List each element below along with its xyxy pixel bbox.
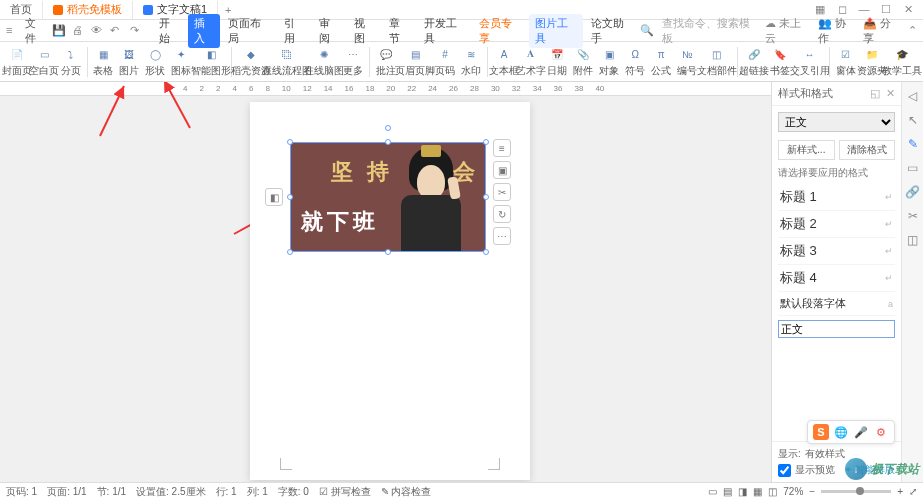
status-pages[interactable]: 页面: 1/1 <box>47 485 86 499</box>
menu-dev[interactable]: 开发工具 <box>418 14 472 48</box>
rb-smartart[interactable]: ◧智能图形 <box>194 45 227 78</box>
rb-image[interactable]: 🖼图片 <box>116 45 142 78</box>
rb-break[interactable]: ⤵分页 <box>58 45 84 78</box>
rb-teach[interactable]: 🎓教学工具 <box>886 45 919 78</box>
vt-select-icon[interactable]: ↖ <box>905 112 921 128</box>
rb-crossref[interactable]: ↔交叉引用 <box>793 45 826 78</box>
rb-pagenum[interactable]: #页码 <box>432 45 458 78</box>
vt-triangle-icon[interactable]: ◁ <box>905 88 921 104</box>
status-spell[interactable]: ☑ 拼写检查 <box>319 485 371 499</box>
inserted-image[interactable]: 坚 持 会 就下班 ≡ ▣ ✂ ↻ <box>290 142 486 252</box>
collapse-ribbon-icon[interactable]: ⌃ <box>908 24 917 37</box>
show-preview-checkbox[interactable] <box>778 464 791 477</box>
undo-icon[interactable]: ↶ <box>110 24 123 38</box>
rb-attach[interactable]: 📎附件 <box>570 45 596 78</box>
status-section[interactable]: 节: 1/1 <box>97 485 126 499</box>
zoom-slider[interactable] <box>821 490 891 493</box>
style-item-h3[interactable]: 标题 3↵ <box>778 238 895 265</box>
document-page[interactable]: 坚 持 会 就下班 ≡ ▣ ✂ ↻ <box>250 102 530 480</box>
status-lang[interactable]: ✎ 内容检查 <box>381 485 432 499</box>
rb-dropcap[interactable]: Ω符号 <box>622 45 648 78</box>
rb-hyperlink[interactable]: 🔗超链接 <box>740 45 767 78</box>
view-web-icon[interactable]: ◨ <box>738 486 747 497</box>
menu-view[interactable]: 视图 <box>348 14 381 48</box>
app-menu-icon[interactable]: ≡ <box>6 24 19 38</box>
status-pos[interactable]: 设置值: 2.5厘米 <box>136 485 205 499</box>
float-tool-layout[interactable]: ≡ <box>493 139 511 157</box>
rb-mindmap[interactable]: ✺在线脑图 <box>307 45 340 78</box>
zoom-out-icon[interactable]: − <box>809 486 815 497</box>
win-max-icon[interactable]: ☐ <box>879 3 893 16</box>
rb-equation[interactable]: π公式 <box>648 45 674 78</box>
style-select[interactable]: 正文 <box>778 112 895 132</box>
menu-section[interactable]: 章节 <box>383 14 416 48</box>
vt-chain-icon[interactable]: 🔗 <box>905 184 921 200</box>
rb-table[interactable]: ▦表格 <box>90 45 116 78</box>
style-item-h1[interactable]: 标题 1↵ <box>778 184 895 211</box>
float-tool-more[interactable]: ⋯ <box>493 227 511 245</box>
view-focus-icon[interactable]: ◫ <box>768 486 777 497</box>
status-page[interactable]: 页码: 1 <box>6 485 37 499</box>
status-line[interactable]: 行: 1 <box>216 485 237 499</box>
rotate-handle[interactable] <box>385 125 391 131</box>
rb-blank[interactable]: ▭空白页 <box>31 45 58 78</box>
view-print-icon[interactable]: ▭ <box>708 486 717 497</box>
resize-handle[interactable] <box>483 194 489 200</box>
rb-object[interactable]: ▣对象 <box>596 45 622 78</box>
rb-watermark[interactable]: ≋水印 <box>458 45 484 78</box>
menu-paper[interactable]: 论文助手 <box>585 14 639 48</box>
status-chars[interactable]: 字数: 0 <box>278 485 309 499</box>
rb-wordart[interactable]: 𝐀艺术字 <box>517 45 544 78</box>
rb-shape[interactable]: ◯形状 <box>142 45 168 78</box>
assist-mic-icon[interactable]: 🎤 <box>853 424 869 440</box>
cloud-status[interactable]: ☁ 未上云 <box>765 16 810 46</box>
assist-gear-icon[interactable]: ⚙ <box>873 424 889 440</box>
rb-form[interactable]: ☑窗体 <box>833 45 859 78</box>
preview-icon[interactable]: 👁 <box>91 24 104 38</box>
view-read-icon[interactable]: ▤ <box>723 486 732 497</box>
resize-handle[interactable] <box>385 249 391 255</box>
win-close-icon[interactable]: ✕ <box>901 3 915 16</box>
canvas[interactable]: 642 246 81012 141618 202224 262830 32343… <box>0 82 771 482</box>
panel-pop-icon[interactable]: ◱ <box>870 87 880 100</box>
win-min-icon[interactable]: — <box>857 3 871 16</box>
show-value[interactable]: 有效样式 <box>805 447 845 461</box>
rb-header[interactable]: ▤页眉页脚 <box>399 45 432 78</box>
assist-globe-icon[interactable]: 🌐 <box>833 424 849 440</box>
float-tool-wrap[interactable]: ▣ <box>493 161 511 179</box>
resize-handle[interactable] <box>483 249 489 255</box>
rb-cover[interactable]: 📄封面页 <box>4 45 31 78</box>
search-placeholder[interactable]: 查找命令、搜索模板 <box>662 16 756 46</box>
redo-icon[interactable]: ↷ <box>130 24 143 38</box>
menu-review[interactable]: 审阅 <box>313 14 346 48</box>
menu-picture-tools[interactable]: 图片工具 <box>529 14 583 48</box>
resize-handle[interactable] <box>483 139 489 145</box>
float-tool-left[interactable]: ◧ <box>265 188 283 206</box>
win-box-icon[interactable]: ◻ <box>835 3 849 16</box>
view-outline-icon[interactable]: ▦ <box>753 486 762 497</box>
assistant-bar[interactable]: S 🌐 🎤 ⚙ <box>807 420 895 444</box>
vt-style-icon[interactable]: ✎ <box>905 136 921 152</box>
rb-flowchart[interactable]: ⿻在线流程图 <box>267 45 307 78</box>
rb-date[interactable]: 📅日期 <box>544 45 570 78</box>
menu-ref[interactable]: 引用 <box>278 14 311 48</box>
menu-insert[interactable]: 插入 <box>188 14 221 48</box>
menu-start[interactable]: 开始 <box>153 14 186 48</box>
zoom-value[interactable]: 72% <box>783 486 803 497</box>
search-icon[interactable]: 🔍 <box>640 24 654 37</box>
style-item-h2[interactable]: 标题 2↵ <box>778 211 895 238</box>
resize-handle[interactable] <box>287 139 293 145</box>
float-tool-crop[interactable]: ✂ <box>493 183 511 201</box>
win-grid-icon[interactable]: ▦ <box>813 3 827 16</box>
print-icon[interactable]: 🖨 <box>72 24 85 38</box>
menu-vip[interactable]: 会员专享 <box>473 14 527 48</box>
rb-parts[interactable]: ◫文档部件 <box>700 45 733 78</box>
resize-handle[interactable] <box>385 139 391 145</box>
panel-close-icon[interactable]: ✕ <box>886 87 895 100</box>
status-col[interactable]: 列: 1 <box>247 485 268 499</box>
new-style-button[interactable]: 新样式... <box>778 140 835 160</box>
fullscreen-icon[interactable]: ⤢ <box>909 486 917 497</box>
resize-handle[interactable] <box>287 194 293 200</box>
share-button[interactable]: 📤 分享 <box>863 16 900 46</box>
rb-more[interactable]: ⋯更多 <box>340 45 366 78</box>
